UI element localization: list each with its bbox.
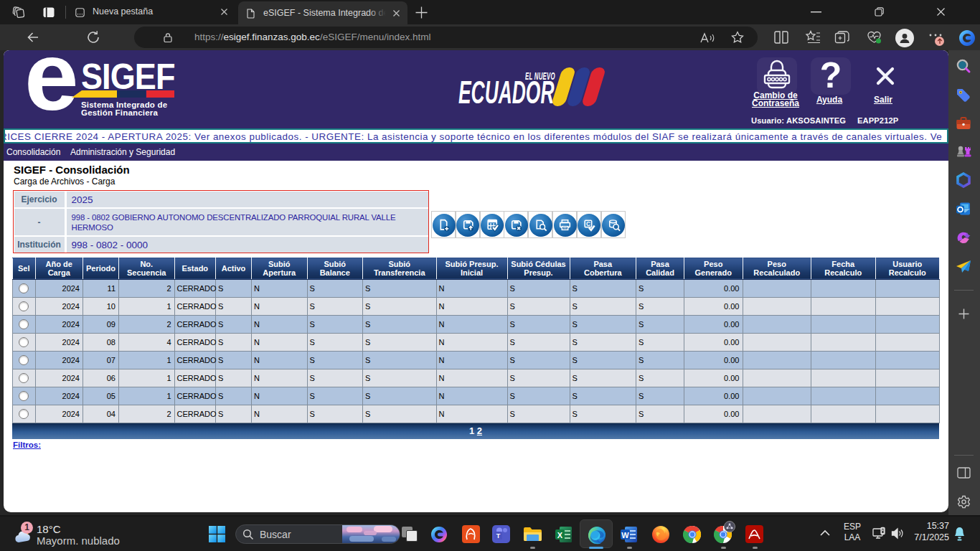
svg-text:T: T [496,532,501,540]
svg-text:W: W [621,531,629,540]
svg-text:X: X [557,531,563,540]
svg-text:C: C [586,220,590,227]
